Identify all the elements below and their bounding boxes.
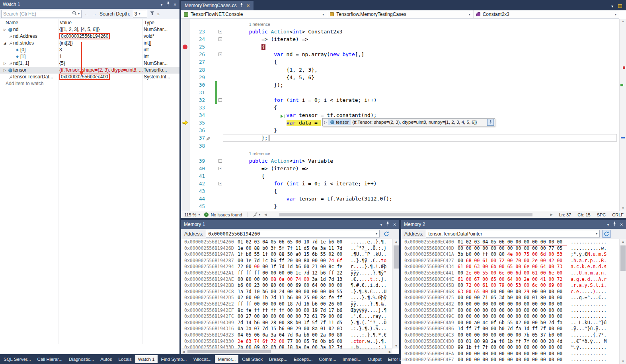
expander-icon[interactable]: ▷ bbox=[324, 121, 327, 124]
chevron-down-icon[interactable]: ▾ bbox=[161, 2, 163, 7]
expander-icon[interactable]: ▷ bbox=[2, 26, 7, 33]
close-icon[interactable]: ✕ bbox=[620, 222, 623, 227]
watch-value[interactable]: 0x000002556b194260 bbox=[58, 33, 142, 40]
search-icon[interactable] bbox=[72, 11, 77, 17]
tool-window-tab-output[interactable]: Output bbox=[365, 355, 384, 363]
watch-title-bar[interactable]: Watch 1 ▾ ✕ bbox=[0, 0, 179, 9]
memory2-vertical-scrollbar[interactable]: ▲ ▼ bbox=[619, 239, 626, 364]
tool-window-tab-diagnostic[interactable]: Diagnostic... bbox=[66, 355, 97, 363]
datatip-name-section[interactable]: tensor bbox=[328, 119, 351, 125]
watch-row[interactable]: ▷nd{[[1, 2, 3], [4, 5, 6]]}NumShar... bbox=[0, 26, 179, 33]
search-input[interactable] bbox=[3, 11, 71, 17]
search-next-icon[interactable]: → bbox=[92, 11, 97, 17]
memory2-address-combo[interactable]: tensor.TensorDataPointer ▾ bbox=[426, 230, 600, 237]
watch-grid-header[interactable]: Name Value Type bbox=[0, 19, 179, 26]
memory1-address-combo[interactable]: 0x000002556B194260 ▾ bbox=[206, 230, 380, 237]
scrollbar-thumb[interactable] bbox=[394, 245, 399, 269]
watch-row[interactable]: ▷tensor{tf.Tensor: shape=(2, 3), dtype=u… bbox=[0, 67, 179, 74]
watch-value[interactable]: {int[2]} bbox=[58, 40, 142, 47]
close-icon[interactable]: ✕ bbox=[246, 3, 250, 8]
tool-window-tab-call-stack[interactable]: Call Stack bbox=[239, 355, 265, 363]
datatip-popup[interactable]: ▷ tensor {tf.Tensor: shape=(2, 3), dtype… bbox=[322, 118, 495, 126]
memory2-title-bar[interactable]: Memory 2 ▾ ✕ bbox=[401, 220, 626, 229]
tool-window-tab-watch-1[interactable]: Watch 1 bbox=[135, 355, 158, 363]
expander-icon[interactable]: ▷ bbox=[2, 60, 7, 67]
watch-row[interactable]: ▷nd[1, 1]{5}NumShar... bbox=[0, 60, 179, 67]
tool-window-tab-sql-server[interactable]: SQL Server... bbox=[1, 355, 34, 363]
codelens-references[interactable]: 1 reference bbox=[181, 150, 270, 158]
scroll-left-icon[interactable]: ◀ bbox=[182, 350, 185, 354]
pin-icon[interactable] bbox=[166, 2, 170, 7]
tool-window-tab-breakp[interactable]: Breakp... bbox=[266, 355, 290, 363]
refresh-button[interactable] bbox=[603, 230, 610, 238]
search-prev-icon[interactable]: ← bbox=[84, 11, 89, 17]
column-header-name[interactable]: Name bbox=[6, 20, 18, 25]
search-box[interactable]: ▾ bbox=[1, 10, 82, 18]
tool-window-tab-memor[interactable]: Memor... bbox=[215, 355, 238, 363]
expander-icon[interactable]: ▷ bbox=[2, 67, 7, 74]
pin-button[interactable] bbox=[487, 119, 494, 126]
column-header-type[interactable]: Type bbox=[144, 20, 154, 25]
project-dropdown[interactable]: TensorFlowNET.Console ▾ bbox=[181, 10, 327, 18]
scrollbar-thumb[interactable] bbox=[620, 245, 626, 271]
watch-row[interactable]: ◆[1]1int bbox=[0, 53, 179, 60]
tool-window-tab-locals[interactable]: Locals bbox=[116, 355, 135, 363]
member-dropdown[interactable]: Constant2x3 ▾ bbox=[474, 10, 619, 18]
scroll-down-icon[interactable]: ▼ bbox=[620, 206, 626, 210]
chevron-down-icon[interactable]: ▾ bbox=[611, 4, 613, 8]
expander-icon[interactable]: ◢ bbox=[2, 40, 7, 47]
tool-window-tab-allocat[interactable]: 'Allocat... bbox=[190, 355, 214, 363]
watch-value[interactable]: 1 bbox=[58, 53, 142, 60]
code-editor[interactable]: 1 reference23-public Action<int> Constan… bbox=[181, 19, 619, 211]
search-options-chevron-icon[interactable]: ▾ bbox=[78, 12, 80, 16]
document-tab[interactable]: MemoryTestingCases.cs ✕ bbox=[181, 1, 254, 10]
watch-row[interactable]: nd.Address0x000002556b194260void* bbox=[0, 33, 179, 40]
close-icon[interactable]: ✕ bbox=[174, 2, 177, 7]
watch-row[interactable]: tensor.TensorDat...0x000002556b0ec400Sys… bbox=[0, 74, 179, 80]
tool-window-tab-call-hierar[interactable]: Call Hierar... bbox=[35, 355, 65, 363]
zoom-control[interactable]: 115 % ▾ bbox=[181, 212, 200, 217]
code-cleanup-button[interactable]: ▾ bbox=[252, 212, 260, 217]
close-icon[interactable]: ✕ bbox=[393, 222, 396, 227]
watch-value[interactable]: 3 bbox=[58, 47, 142, 53]
watch-row[interactable]: ◆[0]3int bbox=[0, 47, 179, 53]
document-health-indicator[interactable]: ✓ No issues found bbox=[204, 212, 242, 217]
watch-row[interactable]: ◢nd.strides{int[2]}int[] bbox=[0, 40, 179, 47]
filter-icon[interactable] bbox=[150, 11, 154, 17]
memory2-content[interactable]: 0x000002556B0EC40001 02 03 04 05 06 00 0… bbox=[401, 239, 619, 364]
tool-window-tab-excepti[interactable]: Excepti... bbox=[291, 355, 315, 363]
scroll-down-icon[interactable]: ▼ bbox=[393, 344, 399, 348]
scrollbar-thumb[interactable] bbox=[187, 350, 271, 353]
codelens-references[interactable]: 1 reference bbox=[181, 21, 270, 28]
pin-icon[interactable] bbox=[240, 3, 243, 8]
column-header-value[interactable]: Value bbox=[60, 20, 72, 25]
pin-icon[interactable] bbox=[386, 222, 390, 227]
memory1-title-bar[interactable]: Memory 1 ▾ ✕ bbox=[181, 220, 399, 229]
tool-window-tab-find-symb[interactable]: Find Symb... bbox=[158, 355, 190, 363]
class-dropdown[interactable]: Tensorflow.MemoryTestingCases ▾ bbox=[327, 10, 473, 18]
memory1-vertical-scrollbar[interactable]: ▲ ▼ bbox=[392, 239, 399, 348]
editor-vertical-scrollbar[interactable]: ▲ ▼ bbox=[619, 19, 626, 211]
scroll-up-icon[interactable]: ▲ bbox=[620, 19, 626, 23]
tool-window-tab-autos[interactable]: Autos bbox=[98, 355, 115, 363]
chevron-down-icon[interactable]: ▾ bbox=[607, 222, 609, 227]
scroll-down-icon[interactable]: ▼ bbox=[620, 360, 626, 363]
memory1-content[interactable]: 0x000002556B19426001 02 03 04 05 06 65 0… bbox=[181, 239, 392, 348]
refresh-button[interactable] bbox=[382, 230, 390, 238]
watch-value[interactable]: {[[1, 2, 3], [4, 5, 6]]} bbox=[58, 26, 142, 33]
tool-window-tab-error-list[interactable]: Error List bbox=[385, 355, 410, 363]
scroll-up-icon[interactable]: ▲ bbox=[620, 240, 626, 243]
memory1-horizontal-scrollbar[interactable]: ◀ ▶ bbox=[181, 348, 392, 354]
window-list-icon[interactable] bbox=[618, 4, 622, 8]
tool-window-tab-immedi[interactable]: Immedi... bbox=[340, 355, 364, 363]
horizontal-scrollbar[interactable] bbox=[268, 211, 548, 218]
tool-window-tab-comm[interactable]: Comm... bbox=[316, 355, 339, 363]
scrollbar-thumb[interactable] bbox=[279, 213, 532, 216]
watch-add-row[interactable]: Add item to watch bbox=[0, 80, 179, 87]
overflow-icon[interactable]: » bbox=[157, 12, 160, 16]
scroll-up-icon[interactable]: ▲ bbox=[393, 240, 399, 243]
watch-value[interactable]: 0x000002556b0ec400 bbox=[58, 74, 142, 80]
watch-value[interactable]: {5} bbox=[58, 60, 142, 67]
search-depth-combo[interactable]: 3 ▾ bbox=[133, 10, 147, 18]
scroll-left-icon[interactable]: ◀ bbox=[264, 213, 267, 216]
